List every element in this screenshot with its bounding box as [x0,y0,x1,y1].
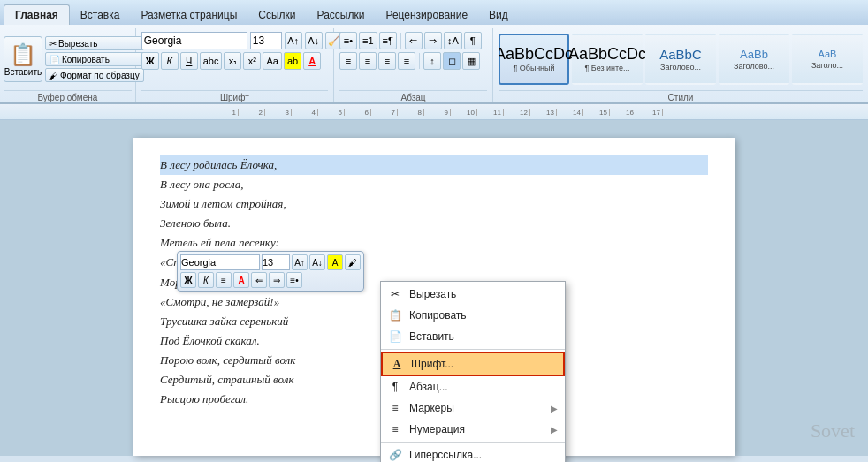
mini-toolbar: A↑ A↓ A 🖌 Ж К ≡ A ⇐ ⇒ ≡• [177,251,364,292]
align-right-button[interactable]: ≡ [378,52,396,70]
ruler-mark-5: 5 [318,109,345,116]
cm-bullets-label: Маркеры [409,402,544,414]
watermark: Sovet [811,420,855,443]
change-case-button[interactable]: Aa [263,52,281,70]
copy-icon: 📄 [49,55,60,64]
grow-font-button[interactable]: A↑ [285,32,302,49]
mini-font-input[interactable] [180,254,260,270]
ruler-mark-10: 10 [451,109,477,116]
mini-indent1-button[interactable]: ⇐ [251,272,267,288]
align-left-button[interactable]: ≡ [339,52,357,70]
ruler-mark-8: 8 [398,109,424,116]
ruler-mark-6: 6 [345,109,371,116]
style-normal[interactable]: AaBbCcDc ¶ Обычный [499,34,569,85]
cm-copy-label: Копировать [409,309,558,322]
mini-text-color-button[interactable]: A [233,272,249,288]
shading-button[interactable]: ◻ [443,52,461,70]
cm-bullets-icon: ≡ [388,401,402,415]
mini-shrink-button[interactable]: A↓ [309,254,325,270]
cm-font[interactable]: A Шрифт... [381,352,565,376]
line-spacing-button[interactable]: ↕ [423,52,441,70]
cm-hyperlink[interactable]: 🔗 Гиперссылка... [381,444,565,462]
cm-cut-label: Вырезать [409,288,558,300]
ruler-mark-7: 7 [371,109,398,116]
mini-highlight-button[interactable]: A [327,254,343,270]
context-menu: ✂ Вырезать 📋 Копировать 📄 Вставить A Шри… [380,281,566,462]
show-marks-button[interactable]: ¶ [464,32,482,49]
tab-home[interactable]: Главная [4,4,70,25]
cm-paste[interactable]: 📄 Вставить [381,326,565,347]
mini-indent2-button[interactable]: ⇒ [269,272,285,288]
cm-paste-label: Вставить [409,330,558,343]
numbering-button[interactable]: ≡1 [359,32,377,49]
tab-review[interactable]: Рецензирование [375,5,478,25]
style-heading2[interactable]: AaBb Заголово... [719,34,789,85]
cm-numbering[interactable]: ≡ Нумерация ▶ [381,419,565,440]
cm-cut[interactable]: ✂ Вырезать [381,284,565,305]
font-size-input[interactable] [250,32,282,49]
cut-button[interactable]: ✂ Вырезать [45,36,144,50]
ruler-mark-11: 11 [477,109,504,116]
tab-references[interactable]: Ссылки [247,5,306,25]
style-normal-preview: AaBbCcDc [499,46,573,62]
cm-font-icon: A [390,357,404,371]
sort-button[interactable]: ↕A [444,32,462,49]
document-area: В лесу родилась Ёлочка, В лесу она росла… [0,120,868,456]
ribbon: 📋 Вставить ✂ Вырезать 📄 Копировать 🖌 [0,25,868,104]
paragraph-label: Абзац [339,90,487,102]
superscript-button[interactable]: x² [243,52,261,70]
brush-icon: 🖌 [49,71,58,80]
font-color-button[interactable]: A [303,52,321,70]
mini-size-input[interactable] [262,254,290,270]
shrink-font-button[interactable]: A↓ [305,32,323,49]
subscript-button[interactable]: x₁ [224,52,241,70]
styles-label: Стили [499,90,863,102]
cm-bullets[interactable]: ≡ Маркеры ▶ [381,398,565,419]
ruler-marks: 1 2 3 4 5 6 7 8 9 10 11 12 13 14 15 16 1… [212,109,663,116]
bullets-button[interactable]: ≡• [339,32,357,49]
tab-view[interactable]: Вид [478,5,519,25]
mini-italic-button[interactable]: К [198,272,214,288]
copy-button[interactable]: 📄 Копировать [45,52,144,66]
style-no-spacing[interactable]: AaBbCcDc ¶ Без инте... [572,34,643,85]
strikethrough-button[interactable]: abc [200,52,223,70]
ruler-mark-3: 3 [265,109,292,116]
align-center-button[interactable]: ≡ [359,52,377,70]
cm-hyperlink-icon: 🔗 [388,448,402,462]
ruler-mark-2: 2 [239,109,265,116]
italic-button[interactable]: К [161,52,179,70]
mini-brush-button[interactable]: 🖌 [345,254,361,270]
increase-indent-button[interactable]: ⇒ [424,32,442,49]
paste-button[interactable]: 📋 Вставить [4,36,42,82]
mini-align-button[interactable]: ≡ [216,272,232,288]
tab-mailings[interactable]: Рассылки [307,5,376,25]
cm-paste-icon: 📄 [388,329,402,344]
style-heading3[interactable]: AaB Заголо... [792,34,863,85]
paste-icon: 📋 [10,42,36,67]
tab-page-layout[interactable]: Разметка страницы [130,5,247,25]
bold-button[interactable]: Ж [141,52,159,70]
underline-button[interactable]: Ч [180,52,198,70]
doc-line-4: Зеленою была. [160,214,708,233]
tab-insert[interactable]: Вставка [70,5,131,25]
format-painter-button[interactable]: 🖌 Формат по образцу [45,68,144,82]
mini-list-button[interactable]: ≡• [286,272,302,288]
border-button[interactable]: ▦ [462,52,480,70]
style-h1-preview: AaBbC [659,48,702,61]
style-h2-label: Заголово... [734,62,774,71]
font-name-input[interactable] [141,32,247,49]
style-h2-preview: AaBb [740,49,768,60]
highlight-button[interactable]: ab [284,52,301,70]
mini-toolbar-row2: Ж К ≡ A ⇐ ⇒ ≡• [180,272,361,288]
multilevel-button[interactable]: ≡¶ [379,32,397,49]
cm-sep1 [381,349,565,350]
decrease-indent-button[interactable]: ⇐ [405,32,423,49]
justify-button[interactable]: ≡ [398,52,415,70]
cm-paragraph[interactable]: ¶ Абзац... [381,376,565,398]
mini-bold-button[interactable]: Ж [180,272,196,288]
cm-copy[interactable]: 📋 Копировать [381,305,565,326]
mini-grow-button[interactable]: A↑ [292,254,308,270]
style-h1-label: Заголово... [660,63,701,72]
cm-paragraph-label: Абзац... [409,381,558,393]
style-heading1[interactable]: AaBbC Заголово... [645,34,716,85]
